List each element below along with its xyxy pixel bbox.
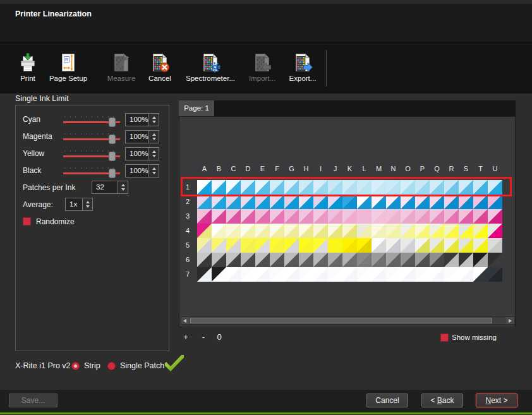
patch-D6[interactable] (241, 253, 255, 267)
up-arrow-icon[interactable] (86, 201, 90, 203)
black-ink-limit-stepper[interactable]: 100% (125, 164, 159, 177)
patch-O4[interactable] (401, 224, 415, 238)
patch-L2[interactable] (357, 195, 372, 209)
patch-S5[interactable] (459, 238, 473, 253)
patch-F3[interactable] (270, 209, 284, 224)
toolbar-button-spectrometer[interactable]: Spectrometer... (182, 52, 239, 82)
patch-K7[interactable] (342, 267, 357, 282)
zoom-reset-button[interactable]: 0 (215, 332, 224, 342)
patch-J5[interactable] (328, 238, 342, 253)
patch-Q3[interactable] (430, 209, 444, 224)
slider-handle[interactable] (109, 169, 116, 178)
patch-T2[interactable] (473, 195, 488, 209)
show-missing-checkbox[interactable] (440, 334, 449, 342)
patch-O2[interactable] (401, 195, 415, 209)
down-arrow-icon[interactable] (152, 172, 156, 174)
slider-handle[interactable] (109, 152, 116, 161)
yellow-ink-slider[interactable] (63, 150, 120, 160)
patch-H3[interactable] (299, 209, 313, 224)
patch-G3[interactable] (284, 209, 299, 224)
patch-P7[interactable] (415, 267, 430, 282)
patch-O3[interactable] (401, 209, 415, 224)
patch-Q1[interactable] (430, 180, 444, 195)
patch-E2[interactable] (255, 195, 270, 209)
up-arrow-icon[interactable] (152, 116, 156, 119)
patch-U6[interactable] (488, 253, 502, 267)
patch-J6[interactable] (328, 253, 342, 267)
patch-N3[interactable] (386, 209, 401, 224)
patch-F4[interactable] (270, 224, 284, 238)
patch-M7[interactable] (372, 267, 386, 282)
patch-F1[interactable] (270, 180, 284, 195)
patch-B2[interactable] (212, 195, 226, 209)
patch-K4[interactable] (342, 224, 357, 238)
patch-O1[interactable] (401, 180, 415, 195)
patch-F2[interactable] (270, 195, 284, 209)
stepper-arrows[interactable] (148, 131, 159, 143)
zoom-out-button[interactable]: - (199, 333, 208, 342)
patch-S7[interactable] (459, 267, 473, 282)
patch-K5[interactable] (342, 238, 357, 253)
magenta-ink-slider[interactable] (63, 133, 120, 143)
toolbar-button-export[interactable]: Export... (281, 52, 325, 82)
patch-P6[interactable] (415, 253, 430, 267)
patch-U5[interactable] (488, 238, 502, 253)
row-number-3[interactable]: 3 (181, 209, 195, 224)
stepper-arrows[interactable] (148, 114, 159, 126)
patch-H4[interactable] (299, 224, 313, 238)
patch-M3[interactable] (372, 209, 386, 224)
patch-B5[interactable] (212, 238, 226, 253)
patch-R6[interactable] (444, 253, 459, 267)
patch-P1[interactable] (415, 180, 430, 195)
patch-A6[interactable] (197, 253, 212, 267)
patch-I1[interactable] (313, 180, 328, 195)
stepper-arrows[interactable] (148, 165, 159, 177)
patch-R4[interactable] (444, 224, 459, 238)
average-stepper[interactable]: 1x (65, 198, 93, 211)
patch-T4[interactable] (473, 224, 488, 238)
patch-J1[interactable] (328, 180, 342, 195)
patch-Q4[interactable] (430, 224, 444, 238)
patch-H7[interactable] (299, 267, 313, 282)
yellow-ink-limit-stepper[interactable]: 100% (125, 147, 159, 160)
patch-I6[interactable] (313, 253, 328, 267)
patch-A1[interactable] (197, 180, 212, 195)
patch-S4[interactable] (459, 224, 473, 238)
row-number-6[interactable]: 6 (181, 253, 195, 267)
mode-radio-strip[interactable] (71, 362, 80, 370)
patch-I4[interactable] (313, 224, 328, 238)
patch-R5[interactable] (444, 238, 459, 253)
patch-H5[interactable] (299, 238, 313, 253)
patch-R1[interactable] (444, 180, 459, 195)
patch-G5[interactable] (284, 238, 299, 253)
cyan-ink-limit-stepper[interactable]: 100% (125, 113, 159, 126)
patch-Q6[interactable] (430, 253, 444, 267)
toolbar-button-pagesetup[interactable]: R Page Setup (46, 52, 90, 82)
patch-R3[interactable] (444, 209, 459, 224)
tab-page-1[interactable]: Page: 1 (179, 100, 214, 116)
patch-S1[interactable] (459, 180, 473, 195)
patch-M4[interactable] (372, 224, 386, 238)
patch-A5[interactable] (197, 238, 212, 253)
patch-E3[interactable] (255, 209, 270, 224)
average-arrows[interactable] (82, 198, 92, 210)
patch-U3[interactable] (488, 209, 502, 224)
patch-F7[interactable] (270, 267, 284, 282)
patch-G6[interactable] (284, 253, 299, 267)
patch-E6[interactable] (255, 253, 270, 267)
up-arrow-icon[interactable] (152, 150, 156, 153)
next-button[interactable]: Next > (476, 394, 517, 407)
patch-L7[interactable] (357, 267, 372, 282)
patch-P2[interactable] (415, 195, 430, 209)
patch-L5[interactable] (357, 238, 372, 253)
patch-M2[interactable] (372, 195, 386, 209)
scrollbar-thumb[interactable] (190, 318, 492, 323)
patch-D4[interactable] (241, 224, 255, 238)
patch-E5[interactable] (255, 238, 270, 253)
patch-L6[interactable] (357, 253, 372, 267)
patch-K3[interactable] (342, 209, 357, 224)
patch-N4[interactable] (386, 224, 401, 238)
patch-L3[interactable] (357, 209, 372, 224)
patch-P3[interactable] (415, 209, 430, 224)
cyan-ink-slider[interactable] (63, 116, 120, 126)
